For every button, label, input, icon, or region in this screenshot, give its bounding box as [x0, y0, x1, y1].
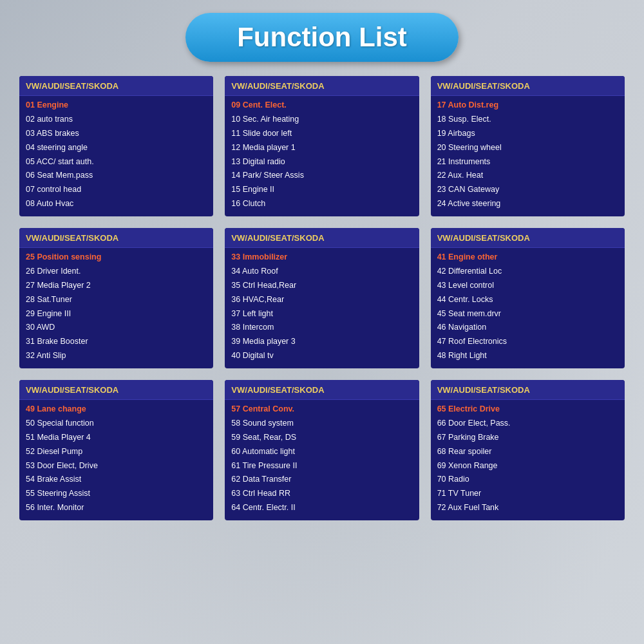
- list-item: 32 Anti Slip: [26, 349, 207, 363]
- list-item: 17 Auto Dist.reg: [437, 99, 618, 113]
- list-item: 49 Lane change: [26, 402, 207, 417]
- page-title: Function List: [237, 22, 407, 53]
- list-item: 31 Brake Booster: [26, 335, 207, 349]
- list-item: 05 ACC/ start auth.: [26, 155, 207, 169]
- list-item: 67 Parking Brake: [437, 431, 618, 445]
- card-5-header-text: VW/AUDI/SEAT/SKODA: [231, 233, 324, 243]
- list-item: 55 Steering Assist: [26, 487, 207, 501]
- list-item: 52 Diesel Pump: [26, 445, 207, 459]
- list-item: 06 Seat Mem.pass: [26, 169, 207, 183]
- list-item: 11 Slide door left: [231, 127, 412, 141]
- list-item: 24 Active steering: [437, 197, 618, 211]
- list-item: 42 Differential Loc: [437, 265, 618, 279]
- list-item: 01 Eengine: [26, 99, 207, 113]
- list-item: 08 Auto Hvac: [26, 197, 207, 211]
- card-9: VW/AUDI/SEAT/SKODA65 Electric Drive66 Do…: [431, 380, 625, 520]
- card-2: VW/AUDI/SEAT/SKODA09 Cent. Elect.10 Sec.…: [225, 76, 419, 216]
- list-item: 40 Digital tv: [231, 349, 412, 363]
- card-7-body: 49 Lane change50 Special function51 Medi…: [19, 400, 213, 520]
- card-6-header-text: VW/AUDI/SEAT/SKODA: [437, 233, 530, 243]
- list-item: 68 Rear spoiler: [437, 445, 618, 459]
- list-item: 48 Right Light: [437, 349, 618, 363]
- list-item: 71 TV Tuner: [437, 487, 618, 501]
- list-item: 10 Sec. Air heating: [231, 113, 412, 127]
- card-4-header: VW/AUDI/SEAT/SKODA: [19, 228, 213, 248]
- card-3-body: 17 Auto Dist.reg18 Susp. Elect.19 Airbag…: [431, 96, 625, 216]
- list-item: 12 Media player 1: [231, 141, 412, 155]
- card-8: VW/AUDI/SEAT/SKODA57 Central Conv.58 Sou…: [225, 380, 419, 520]
- list-item: 57 Central Conv.: [231, 402, 412, 417]
- list-item: 25 Position sensing: [26, 251, 207, 265]
- list-item: 18 Susp. Elect.: [437, 113, 618, 127]
- title-badge: Function List: [185, 13, 459, 62]
- list-item: 53 Door Elect, Drive: [26, 459, 207, 473]
- list-item: 29 Engine III: [26, 307, 207, 321]
- card-1-body: 01 Eengine02 auto trans03 ABS brakes04 s…: [19, 96, 213, 216]
- list-item: 15 Engine II: [231, 183, 412, 197]
- card-9-header-text: VW/AUDI/SEAT/SKODA: [437, 385, 530, 395]
- list-item: 23 CAN Gateway: [437, 183, 618, 197]
- list-item: 16 Clutch: [231, 197, 412, 211]
- card-4-header-text: VW/AUDI/SEAT/SKODA: [26, 233, 118, 243]
- list-item: 59 Seat, Rear, DS: [231, 431, 412, 445]
- card-1: VW/AUDI/SEAT/SKODA01 Eengine02 auto tran…: [19, 76, 213, 216]
- card-9-header: VW/AUDI/SEAT/SKODA: [431, 380, 625, 400]
- list-item: 07 control head: [26, 183, 207, 197]
- list-item: 69 Xenon Range: [437, 459, 618, 473]
- card-2-body: 09 Cent. Elect.10 Sec. Air heating11 Sli…: [225, 96, 419, 216]
- list-item: 72 Aux Fuel Tank: [437, 501, 618, 515]
- list-item: 20 Steering wheel: [437, 141, 618, 155]
- card-6: VW/AUDI/SEAT/SKODA41 Engine other42 Diff…: [431, 228, 625, 368]
- list-item: 14 Park/ Steer Assis: [231, 169, 412, 183]
- card-5-body: 33 Immobilizer34 Auto Roof35 Ctrl Head,R…: [225, 248, 419, 368]
- list-item: 37 Left light: [231, 307, 412, 321]
- list-item: 30 AWD: [26, 321, 207, 335]
- list-item: 33 Immobilizer: [231, 251, 412, 265]
- card-3: VW/AUDI/SEAT/SKODA17 Auto Dist.reg18 Sus…: [431, 76, 625, 216]
- card-8-header: VW/AUDI/SEAT/SKODA: [225, 380, 419, 400]
- list-item: 51 Media Player 4: [26, 431, 207, 445]
- list-item: 41 Engine other: [437, 251, 618, 265]
- function-grid: VW/AUDI/SEAT/SKODA01 Eengine02 auto tran…: [19, 76, 625, 520]
- list-item: 34 Auto Roof: [231, 265, 412, 279]
- card-2-header-text: VW/AUDI/SEAT/SKODA: [231, 81, 324, 91]
- list-item: 43 Level control: [437, 279, 618, 293]
- list-item: 02 auto trans: [26, 113, 207, 127]
- list-item: 03 ABS brakes: [26, 127, 207, 141]
- card-1-header: VW/AUDI/SEAT/SKODA: [19, 76, 213, 96]
- card-9-body: 65 Electric Drive66 Door Elect, Pass.67 …: [431, 400, 625, 520]
- list-item: 22 Aux. Heat: [437, 169, 618, 183]
- card-7-header-text: VW/AUDI/SEAT/SKODA: [26, 385, 118, 395]
- card-4: VW/AUDI/SEAT/SKODA25 Position sensing26 …: [19, 228, 213, 368]
- list-item: 44 Centr. Locks: [437, 293, 618, 307]
- list-item: 19 Airbags: [437, 127, 618, 141]
- list-item: 26 Driver Ident.: [26, 265, 207, 279]
- list-item: 46 Navigation: [437, 321, 618, 335]
- card-3-header-text: VW/AUDI/SEAT/SKODA: [437, 81, 530, 91]
- list-item: 70 Radio: [437, 473, 618, 487]
- list-item: 39 Media player 3: [231, 335, 412, 349]
- list-item: 65 Electric Drive: [437, 402, 618, 417]
- list-item: 66 Door Elect, Pass.: [437, 417, 618, 431]
- list-item: 58 Sound system: [231, 417, 412, 431]
- card-6-header: VW/AUDI/SEAT/SKODA: [431, 228, 625, 248]
- card-8-header-text: VW/AUDI/SEAT/SKODA: [231, 385, 324, 395]
- list-item: 62 Data Transfer: [231, 473, 412, 487]
- card-7-header: VW/AUDI/SEAT/SKODA: [19, 380, 213, 400]
- card-2-header: VW/AUDI/SEAT/SKODA: [225, 76, 419, 96]
- card-1-header-text: VW/AUDI/SEAT/SKODA: [26, 81, 118, 91]
- list-item: 64 Centr. Electr. II: [231, 501, 412, 515]
- list-item: 27 Media Player 2: [26, 279, 207, 293]
- list-item: 21 Instruments: [437, 155, 618, 169]
- card-6-body: 41 Engine other42 Differential Loc43 Lev…: [431, 248, 625, 368]
- card-3-header: VW/AUDI/SEAT/SKODA: [431, 76, 625, 96]
- card-7: VW/AUDI/SEAT/SKODA49 Lane change50 Speci…: [19, 380, 213, 520]
- list-item: 09 Cent. Elect.: [231, 99, 412, 113]
- list-item: 47 Roof Electronics: [437, 335, 618, 349]
- card-4-body: 25 Position sensing26 Driver Ident.27 Me…: [19, 248, 213, 368]
- list-item: 28 Sat.Tuner: [26, 293, 207, 307]
- page-container: Function List VW/AUDI/SEAT/SKODA01 Eengi…: [0, 0, 644, 644]
- list-item: 54 Brake Assist: [26, 473, 207, 487]
- list-item: 04 steering angle: [26, 141, 207, 155]
- list-item: 63 Ctrl Head RR: [231, 487, 412, 501]
